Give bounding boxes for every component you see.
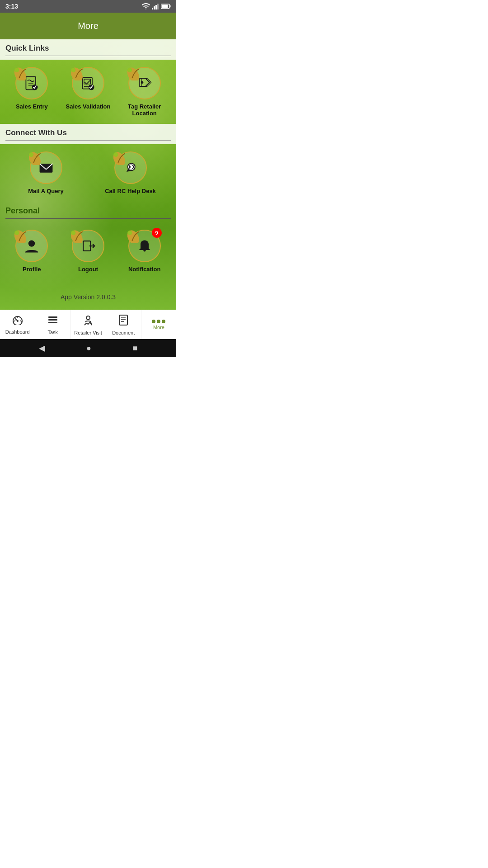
quick-links-divider — [5, 56, 171, 56]
personal-title: Personal — [5, 206, 171, 216]
task-label: Task — [47, 330, 58, 335]
svg-point-38 — [17, 320, 19, 322]
status-bar: 3:13 — [0, 0, 176, 13]
sales-entry-item[interactable]: Sales Entry — [4, 67, 60, 117]
leaf-decor-4 — [29, 149, 45, 165]
leaf-decor-3 — [127, 64, 144, 80]
svg-rect-2 — [155, 5, 157, 9]
svg-point-33 — [71, 231, 75, 235]
profile-circle — [15, 230, 48, 262]
leaf-decor-5 — [113, 149, 130, 165]
nav-dashboard[interactable]: Dashboard — [0, 310, 35, 339]
leaf-decor-7 — [71, 227, 87, 243]
logout-label: Logout — [78, 266, 98, 273]
svg-rect-6 — [170, 5, 171, 8]
svg-rect-43 — [119, 315, 127, 325]
document-label: Document — [112, 330, 135, 335]
tag-retailer-item[interactable]: Tag Retailer Location — [116, 67, 173, 117]
connect-section: Connect With Us — [0, 124, 176, 144]
svg-rect-1 — [154, 6, 155, 9]
call-helpdesk-circle — [114, 151, 147, 184]
battery-icon — [161, 4, 171, 9]
svg-point-42 — [86, 316, 90, 320]
sales-entry-label: Sales Entry — [16, 103, 48, 110]
recent-button[interactable]: ■ — [132, 344, 137, 353]
profile-label: Profile — [23, 266, 41, 273]
signal-icon — [152, 3, 159, 9]
svg-point-21 — [141, 81, 143, 84]
leaf-decor-1 — [14, 64, 31, 80]
sales-entry-circle — [15, 67, 48, 99]
app-version: App Version 2.0.0.3 — [0, 280, 176, 310]
sales-validation-item[interactable]: Sales Validation — [60, 67, 117, 117]
connect-divider — [5, 140, 171, 141]
dashboard-label: Dashboard — [5, 329, 30, 335]
main-content: Quick Links — [0, 39, 176, 310]
content-wrapper: Quick Links — [0, 39, 176, 310]
home-button[interactable]: ● — [86, 344, 91, 353]
svg-point-8 — [14, 68, 19, 72]
leaf-decor-6 — [14, 227, 31, 243]
back-button[interactable]: ◀ — [39, 343, 45, 353]
mail-query-circle — [30, 151, 62, 184]
svg-rect-41 — [48, 322, 57, 323]
header-title: More — [78, 21, 99, 31]
svg-point-36 — [127, 231, 132, 235]
svg-point-14 — [71, 68, 75, 72]
call-helpdesk-item[interactable]: Call RC Help Desk — [88, 151, 173, 194]
call-helpdesk-label: Call RC Help Desk — [105, 188, 156, 194]
quick-links-grid: Sales Entry — [0, 60, 176, 124]
svg-rect-5 — [162, 5, 168, 8]
notification-label: Notification — [128, 266, 161, 273]
document-icon — [118, 314, 128, 329]
task-icon — [47, 315, 58, 328]
nav-document[interactable]: Document — [106, 310, 141, 339]
more-icon — [152, 320, 165, 323]
personal-grid: Profile Logout — [0, 222, 176, 280]
page-header: More — [0, 13, 176, 39]
svg-rect-40 — [48, 319, 57, 321]
notification-item[interactable]: 9 Notification — [116, 230, 173, 273]
mail-query-item[interactable]: Mail A Query — [4, 151, 88, 194]
connect-grid: Mail A Query Call — [0, 144, 176, 202]
leaf-decor-8 — [127, 227, 144, 243]
nav-retailer-visit[interactable]: Retailer Visit — [70, 310, 106, 339]
notification-badge: 9 — [152, 228, 162, 238]
time: 3:13 — [5, 3, 18, 10]
retailer-visit-icon — [83, 314, 94, 329]
svg-rect-0 — [152, 8, 153, 9]
more-dot-1 — [152, 320, 155, 323]
logout-circle — [72, 230, 104, 262]
svg-rect-39 — [48, 316, 57, 318]
sales-validation-label: Sales Validation — [66, 103, 111, 110]
connect-title: Connect With Us — [5, 128, 171, 137]
svg-point-30 — [14, 231, 19, 235]
tag-retailer-label: Tag Retailer Location — [116, 103, 173, 117]
leaf-decor-2 — [71, 64, 87, 80]
more-dot-3 — [162, 320, 165, 323]
profile-item[interactable]: Profile — [4, 230, 60, 273]
notification-circle: 9 — [128, 230, 161, 262]
bottom-nav: Dashboard Task Retailer Visit — [0, 310, 176, 339]
more-nav-label: More — [153, 325, 164, 330]
mail-query-label: Mail A Query — [28, 188, 64, 194]
tag-retailer-circle — [128, 67, 161, 99]
logout-item[interactable]: Logout — [60, 230, 117, 273]
svg-point-20 — [127, 68, 132, 72]
svg-point-26 — [113, 152, 118, 157]
svg-rect-3 — [157, 4, 159, 9]
nav-more[interactable]: More — [141, 310, 176, 339]
sales-validation-circle — [72, 67, 104, 99]
status-icons — [142, 3, 171, 9]
quick-links-section: Quick Links — [0, 39, 176, 60]
nav-task[interactable]: Task — [35, 310, 70, 339]
personal-divider — [5, 218, 171, 219]
retailer-visit-label: Retailer Visit — [74, 330, 102, 335]
wifi-icon — [142, 3, 150, 9]
personal-section: Personal — [0, 202, 176, 222]
dashboard-icon — [12, 315, 23, 328]
android-nav-bar: ◀ ● ■ — [0, 339, 176, 357]
quick-links-title: Quick Links — [5, 44, 171, 53]
more-dot-2 — [157, 320, 160, 323]
svg-point-23 — [29, 152, 33, 157]
